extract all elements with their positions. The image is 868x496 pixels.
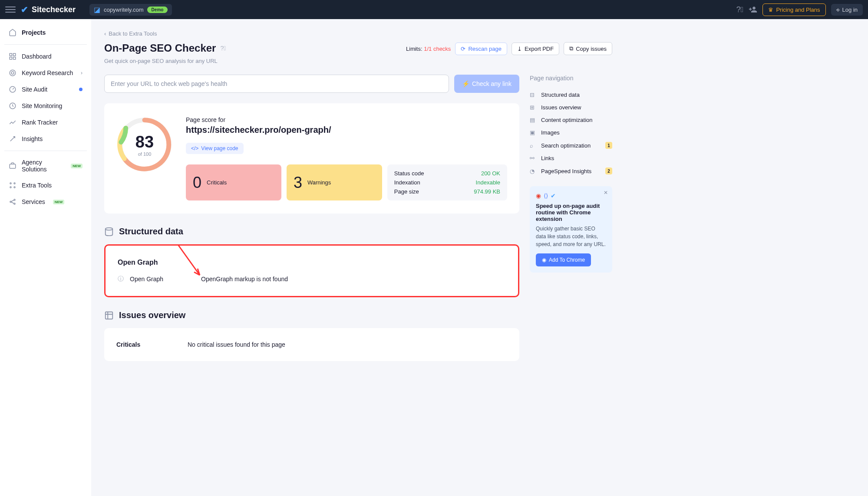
score-label: Page score for	[186, 116, 507, 123]
criticals-metric[interactable]: 0 Criticals	[186, 164, 281, 200]
content-icon: ▤	[530, 117, 537, 123]
sidebar-item-dashboard[interactable]: Dashboard	[4, 48, 87, 65]
refresh-icon: ⟳	[461, 46, 465, 52]
help-circle-icon[interactable]: ?⃝	[220, 45, 226, 52]
info-icon[interactable]: ⓘ	[118, 275, 124, 283]
monitor-icon	[9, 102, 17, 110]
nav-pagespeed[interactable]: ◔PageSpeed Insights2	[530, 164, 612, 177]
tools-icon	[9, 181, 17, 189]
chrome-icon: ◉	[542, 257, 546, 263]
link-icon: ⚯	[530, 155, 537, 161]
nav-label: PageSpeed Insights	[541, 168, 591, 174]
login-button[interactable]: ⎆ Log in	[831, 4, 863, 16]
new-tag: NEW	[71, 164, 83, 168]
add-user-icon[interactable]	[749, 5, 757, 14]
code-icon: </>	[191, 145, 198, 151]
score-url: https://sitechecker.pro/open-graph/	[186, 125, 507, 135]
status-box: Status code200 OK IndexationIndexable Pa…	[387, 164, 507, 200]
card-title: Criticals	[116, 341, 182, 348]
rescan-button[interactable]: ⟳ Rescan page	[455, 43, 507, 55]
export-label: Export PDF	[525, 46, 554, 52]
database-icon: ⊟	[530, 92, 537, 98]
status-value: 974.99 KB	[474, 188, 500, 195]
view-code-button[interactable]: </> View page code	[186, 143, 244, 154]
limits-text: Limits: 1/1 checks	[406, 46, 451, 52]
sidebar: Projects Dashboard Keyword Research › Si…	[0, 19, 91, 496]
copy-label: Copy issues	[576, 46, 607, 52]
status-key: Page size	[394, 188, 419, 195]
nav-content-optimization[interactable]: ▤Content optimization	[530, 114, 612, 126]
svg-point-9	[10, 183, 11, 184]
card-title: Open Graph	[118, 259, 506, 266]
score-card: 83 of 100 Page score for https://siteche…	[104, 103, 519, 214]
page-navigation: Page navigation ⊟Structured data ⊞Issues…	[530, 75, 612, 374]
limits-label: Limits:	[406, 46, 422, 52]
help-icon[interactable]: ?⃝	[736, 5, 744, 14]
sidebar-item-site-monitoring[interactable]: Site Monitoring	[4, 98, 87, 114]
row-label: Open Graph	[130, 276, 195, 282]
promo-text: Quickly gather basic SEO data like statu…	[536, 225, 606, 248]
nav-label: Search optimization	[541, 142, 591, 149]
sidebar-item-keyword-research[interactable]: Keyword Research ›	[4, 65, 87, 81]
chrome-extension-promo: ✕ ◉ ⟨⟩ ✔ Speed up on-page audit routine …	[530, 186, 612, 273]
svg-point-12	[14, 187, 15, 188]
login-icon: ⎆	[836, 7, 840, 13]
status-value: Indexable	[476, 179, 500, 186]
warnings-count: 3	[294, 174, 302, 192]
close-icon[interactable]: ✕	[604, 190, 608, 196]
rightnav-title: Page navigation	[530, 75, 612, 82]
nav-label: Content optimization	[541, 117, 593, 123]
nav-structured-data[interactable]: ⊟Structured data	[530, 89, 612, 101]
main-content: ‹ Back to Extra Tools On-Page SEO Checke…	[91, 19, 625, 496]
download-icon: ⤓	[517, 46, 522, 52]
gauge-icon	[9, 85, 17, 93]
promo-icons: ◉ ⟨⟩ ✔	[536, 192, 606, 199]
wand-icon	[9, 135, 17, 143]
nav-issues-overview[interactable]: ⊞Issues overview	[530, 101, 612, 114]
sidebar-label: Insights	[22, 135, 43, 142]
search-icon: ⌕	[530, 142, 537, 149]
sidebar-item-insights[interactable]: Insights	[4, 131, 87, 147]
app-header: ✔ Sitechecker ◪ copywritely.com Demo ?⃝ …	[0, 0, 868, 19]
sidebar-item-services[interactable]: Services NEW	[4, 194, 87, 210]
nav-links[interactable]: ⚯Links	[530, 152, 612, 164]
sidebar-item-projects[interactable]: Projects	[4, 24, 87, 41]
menu-icon[interactable]	[5, 4, 16, 15]
sidebar-label: Dashboard	[22, 53, 52, 60]
nav-label: Structured data	[541, 92, 580, 98]
svg-point-13	[10, 201, 11, 203]
view-code-label: View page code	[201, 145, 238, 151]
page-title: On-Page SEO Checker	[104, 42, 216, 54]
project-selector[interactable]: ◪ copywritely.com Demo	[89, 4, 172, 16]
nav-badge: 1	[605, 142, 612, 149]
criticals-count: 0	[193, 174, 201, 192]
svg-rect-1	[13, 53, 16, 56]
demo-badge: Demo	[147, 7, 168, 13]
nav-label: Images	[541, 129, 560, 136]
warnings-metric[interactable]: 3 Warnings	[287, 164, 382, 200]
score-max: of 100	[138, 151, 152, 157]
image-icon: ▣	[530, 129, 537, 136]
copy-issues-button[interactable]: ⧉ Copy issues	[564, 42, 612, 55]
nav-images[interactable]: ▣Images	[530, 126, 612, 139]
section-structured-data: Structured data	[104, 227, 519, 237]
brand-logo[interactable]: ✔ Sitechecker	[21, 4, 76, 15]
sidebar-item-agency[interactable]: Agency Solutions NEW	[4, 154, 87, 177]
sidebar-item-rank-tracker[interactable]: Rank Tracker	[4, 114, 87, 131]
crown-icon: ♛	[768, 7, 773, 13]
svg-rect-18	[106, 312, 113, 319]
sidebar-item-site-audit[interactable]: Site Audit	[4, 81, 87, 98]
add-to-chrome-button[interactable]: ◉ Add To Chrome	[536, 253, 591, 266]
back-link[interactable]: ‹ Back to Extra Tools	[104, 30, 157, 37]
sidebar-label: Rank Tracker	[22, 119, 58, 126]
svg-point-11	[10, 187, 11, 188]
svg-rect-8	[10, 164, 16, 168]
nav-search-optimization[interactable]: ⌕Search optimization1	[530, 139, 612, 152]
pricing-button[interactable]: ♛ Pricing and Plans	[762, 3, 825, 16]
check-label: Check any link	[472, 80, 512, 87]
check-link-button[interactable]: ⚡ Check any link	[454, 75, 519, 93]
export-pdf-button[interactable]: ⤓ Export PDF	[512, 43, 559, 55]
url-input[interactable]	[104, 75, 449, 93]
sidebar-item-extra-tools[interactable]: Extra Tools	[4, 177, 87, 194]
section-title: Issues overview	[119, 310, 185, 320]
